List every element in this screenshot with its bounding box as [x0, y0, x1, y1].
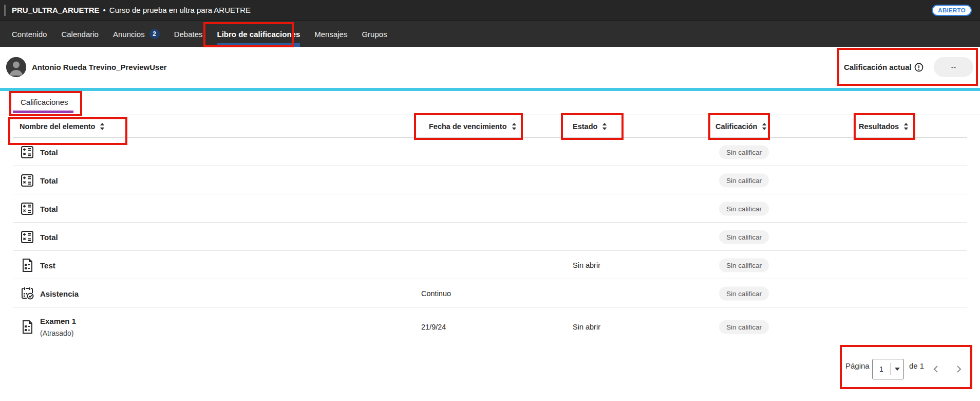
page-number-value: 1	[873, 365, 890, 373]
caret-down-icon	[891, 368, 903, 371]
pagination-of-label: de 1	[909, 361, 924, 370]
status-cell: Sin abrir	[573, 261, 600, 269]
item-name[interactable]: Total	[40, 148, 58, 156]
item-name[interactable]: Test	[40, 261, 55, 269]
grade-status-pill[interactable]: Sin calificar	[719, 320, 769, 334]
info-icon[interactable]	[914, 63, 924, 72]
table-row[interactable]: Total Sin calificar	[0, 194, 980, 223]
tab-calificaciones[interactable]: Calificaciones	[21, 91, 68, 113]
nav-tab-contenido[interactable]: Contenido	[12, 21, 47, 47]
gradebook-table-header: Nombre del elemento Fecha de vencimiento…	[0, 115, 980, 138]
document-icon	[20, 319, 35, 335]
column-header-calificacion[interactable]: Calificación	[715, 115, 767, 138]
calculator-icon	[20, 229, 35, 245]
column-header-estado[interactable]: Estado	[573, 115, 607, 138]
nav-tab-anuncios[interactable]: Anuncios 2	[113, 21, 160, 47]
course-top-bar: PRU_ULTRA_ARUETRE•Curso de prueba en ult…	[0, 0, 980, 21]
course-nav-bar: Contenido Calendario Anuncios 2 Debates …	[0, 21, 980, 47]
table-row[interactable]: Asistencia Continuo Sin calificar	[0, 279, 980, 307]
column-header-nombre-del-elemento[interactable]: Nombre del elemento	[20, 115, 105, 138]
nav-tab-libro-de-calificaciones[interactable]: Libro de calificaciones	[217, 21, 300, 47]
due-date-cell: Continuo	[421, 289, 451, 298]
course-title: PRU_ULTRA_ARUETRE•Curso de prueba en ult…	[12, 0, 251, 21]
student-header-bar: Antonio Rueda Trevino_PreviewUser Califi…	[0, 47, 980, 88]
item-subtext: (Atrasado)	[40, 329, 76, 337]
nav-tab-grupos[interactable]: Grupos	[362, 21, 387, 47]
selected-tab-indicator	[217, 43, 300, 47]
grade-status-pill[interactable]: Sin calificar	[719, 258, 769, 272]
student-name: Antonio Rueda Trevino_PreviewUser	[32, 47, 167, 88]
due-date-cell: 21/9/24	[421, 323, 446, 331]
drag-grip	[4, 5, 6, 16]
grade-status-pill[interactable]: Sin calificar	[719, 173, 769, 187]
table-row[interactable]: Total Sin calificar	[0, 138, 980, 166]
sort-icon	[512, 122, 517, 131]
current-grade-label: Calificación actual	[844, 47, 912, 88]
grade-status-pill[interactable]: Sin calificar	[719, 145, 769, 159]
status-cell: Sin abrir	[573, 323, 600, 331]
previous-page-button[interactable]	[931, 364, 941, 374]
announcements-count-badge: 2	[149, 29, 160, 39]
column-header-fecha-de-vencimiento[interactable]: Fecha de vencimiento	[429, 115, 517, 138]
gradebook-rows: Total Sin calificar Total Sin calificar	[0, 138, 980, 347]
nav-tab-calendario[interactable]: Calendario	[61, 21, 99, 47]
item-name[interactable]: Examen 1	[40, 317, 76, 325]
gradebook-page: PRU_ULTRA_ARUETRE•Curso de prueba en ult…	[0, 0, 980, 401]
table-row[interactable]: Examen 1 (Atrasado) 21/9/24 Sin abrir Si…	[0, 307, 980, 347]
grade-status-pill[interactable]: Sin calificar	[719, 202, 769, 215]
item-name[interactable]: Total	[40, 176, 58, 185]
pagination-page-label: Página	[845, 361, 870, 370]
item-name[interactable]: Total	[40, 204, 58, 213]
calculator-icon	[20, 201, 35, 216]
nav-tab-debates[interactable]: Debates	[174, 21, 203, 47]
cyan-divider	[0, 88, 980, 91]
grade-status-pill[interactable]: Sin calificar	[719, 286, 769, 300]
calculator-icon	[20, 173, 35, 188]
item-name[interactable]: Asistencia	[40, 289, 79, 298]
avatar	[6, 57, 26, 77]
column-header-resultados[interactable]: Resultados	[859, 115, 909, 138]
document-icon	[20, 258, 35, 273]
sort-icon	[903, 122, 909, 131]
course-code: PRU_ULTRA_ARUETRE	[12, 6, 100, 14]
table-row[interactable]: Total Sin calificar	[0, 223, 980, 251]
sort-icon	[100, 122, 105, 131]
table-row[interactable]: Test Sin abrir Sin calificar	[0, 251, 980, 279]
page-number-select[interactable]: 1	[872, 359, 904, 379]
course-status-badge: ABIERTO	[932, 5, 972, 16]
calculator-icon	[20, 144, 35, 160]
sort-icon	[602, 122, 607, 131]
table-row[interactable]: Total Sin calificar	[0, 166, 980, 194]
course-name: Curso de prueba en ultra para ARUETRE	[109, 6, 251, 14]
nav-tab-mensajes[interactable]: Mensajes	[314, 21, 347, 47]
calendar-check-icon	[20, 286, 35, 301]
item-name[interactable]: Total	[40, 232, 58, 241]
current-grade-value-button[interactable]: --	[934, 57, 973, 77]
grade-status-pill[interactable]: Sin calificar	[719, 230, 769, 244]
active-tab-underline	[13, 111, 73, 113]
sort-icon	[762, 122, 767, 131]
next-page-button[interactable]	[953, 364, 964, 374]
